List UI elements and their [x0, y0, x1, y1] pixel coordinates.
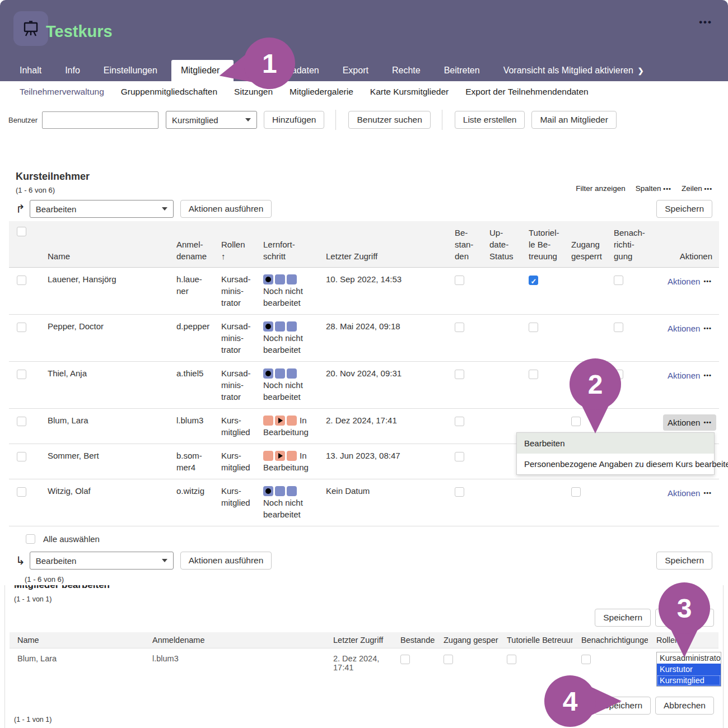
locked-checkbox[interactable] — [571, 487, 581, 497]
menu-item-edit-personal-data[interactable]: Personenbezogene Angaben zu diesem Kurs … — [517, 454, 714, 474]
notify-checkbox[interactable] — [581, 655, 591, 664]
row-select-checkbox[interactable] — [17, 452, 26, 461]
actions-button[interactable]: Aktionen••• — [663, 485, 716, 501]
notify-checkbox[interactable] — [614, 276, 623, 285]
col-roles[interactable]: Rollen ↑ — [213, 221, 255, 267]
show-filter-link[interactable]: Filter anzeigen — [576, 184, 626, 193]
tutorial-checkbox[interactable] — [529, 370, 538, 379]
course-tab[interactable]: Rechte — [382, 60, 435, 81]
course-tab[interactable]: Einstellungen — [94, 60, 171, 81]
col-locked[interactable]: Zugang gesperrt — [563, 221, 605, 267]
col-name: Name — [10, 632, 144, 648]
mail-members-button[interactable]: Mail an Mitglieder — [531, 111, 616, 129]
actions-button[interactable]: Aktionen••• — [663, 320, 716, 337]
course-tab-label: Rechte — [392, 66, 421, 76]
passed-checkbox[interactable] — [455, 452, 464, 461]
notify-checkbox[interactable] — [614, 323, 623, 332]
select-all-checkbox[interactable] — [26, 534, 35, 544]
col-passed[interactable]: Be- stan- den — [446, 221, 481, 267]
members-subtab[interactable]: Mitgliedergalerie — [290, 87, 353, 97]
cell-actions: Aktionen••• Bearbeiten Personenbezogene … — [655, 409, 719, 444]
save-button-bottom[interactable]: Speichern — [656, 552, 712, 570]
course-tab[interactable]: Voransicht als Mitglied aktivieren ❯ — [494, 60, 654, 81]
cell-tutorial — [520, 315, 563, 361]
menu-item-edit[interactable]: Bearbeiten — [517, 433, 714, 454]
create-list-button[interactable]: Liste erstellen — [455, 111, 525, 129]
table-row: Blum, Lara l.blum3 Kurs- mitglied In Bea… — [9, 409, 719, 444]
role-option[interactable]: Kursmitglied — [657, 675, 721, 686]
save-button[interactable]: Speichern — [656, 200, 712, 218]
rows-menu[interactable]: Zeilen ••• — [682, 184, 712, 193]
role-select[interactable]: Kursmitglied — [166, 111, 257, 129]
passed-checkbox[interactable] — [455, 417, 464, 426]
cell-name: Blum, Lara — [10, 648, 144, 689]
participants-title: Kursteilnehmer — [16, 171, 719, 183]
members-subtab-label: Mitgliedergalerie — [290, 87, 353, 96]
cancel-button[interactable]: Abbrechen — [655, 697, 714, 715]
col-tutorial[interactable]: Tutoriel- le Be- treuung — [520, 221, 563, 267]
search-users-button[interactable]: Benutzer suchen — [348, 111, 430, 129]
add-button[interactable]: Hinzufügen — [264, 111, 324, 129]
easel-icon — [21, 19, 40, 38]
members-subtab[interactable]: Teilnehmerverwaltung — [20, 87, 104, 97]
select-all-row: Alle auswählen — [26, 534, 719, 544]
row-select-checkbox[interactable] — [17, 323, 26, 332]
cell-progress: In Bearbeitung — [255, 409, 318, 444]
course-tab[interactable]: Inhalt — [10, 60, 55, 81]
actions-button[interactable]: Aktionen••• — [663, 414, 716, 431]
passed-checkbox[interactable] — [455, 323, 464, 332]
course-tab-label: Voransicht als Mitglied aktivieren — [503, 66, 633, 76]
cell-update-status — [481, 315, 520, 361]
execute-actions-button-bottom[interactable]: Aktionen ausführen — [180, 552, 272, 570]
members-subtab[interactable]: Gruppenmitgliedschaften — [121, 87, 217, 97]
row-select-checkbox[interactable] — [17, 276, 26, 285]
col-update-status[interactable]: Up- date- Status — [481, 221, 520, 267]
save-button[interactable]: Speichern — [595, 609, 651, 627]
cell-role: Kurs- mitglied — [213, 479, 255, 526]
annotation-pin-3: 3 — [659, 582, 710, 634]
columns-menu[interactable]: Spalten ••• — [636, 184, 671, 193]
col-notify: Benachrichtigungen — [573, 632, 648, 648]
course-tab[interactable]: Info — [55, 60, 94, 81]
execute-actions-button[interactable]: Aktionen ausführen — [180, 200, 272, 218]
passed-checkbox[interactable] — [455, 370, 464, 379]
col-progress[interactable]: Lernfort- schritt — [255, 221, 318, 267]
bulk-action-select-bottom[interactable]: Bearbeiten — [30, 552, 174, 570]
role-option[interactable]: Kurstutor — [657, 664, 721, 675]
course-tab[interactable]: Export — [333, 60, 382, 81]
col-notify[interactable]: Benach- richti- gung — [605, 221, 655, 267]
cell-passed — [446, 315, 481, 361]
cell-last-access: 13. Jun 2023, 08:47 — [318, 444, 446, 479]
passed-checkbox[interactable] — [400, 655, 410, 664]
col-last-access[interactable]: Letzter Zugriff — [318, 221, 446, 267]
chevron-down-icon — [162, 559, 167, 562]
select-all-header-checkbox[interactable] — [17, 227, 26, 236]
passed-checkbox[interactable] — [455, 487, 464, 497]
course-tab[interactable]: Beitreten — [435, 60, 494, 81]
actions-button[interactable]: Aktionen••• — [663, 367, 716, 384]
cell-username: l.blum3 — [168, 409, 213, 444]
bulk-actions-top: ↱ Bearbeiten Aktionen ausführen Speicher… — [16, 200, 719, 218]
members-subtab-label: Karte Kursmitglieder — [370, 87, 449, 96]
col-name[interactable]: Name — [39, 221, 168, 267]
pin-number: 4 — [563, 686, 578, 717]
col-last-access: Letzter Zugriff — [325, 632, 392, 648]
actions-button[interactable]: Aktionen••• — [663, 273, 716, 290]
tutorial-checkbox[interactable] — [507, 655, 516, 664]
bulk-action-select[interactable]: Bearbeiten — [30, 200, 174, 218]
edit-members-top-buttons: Speichern Abbrechen — [10, 609, 714, 627]
members-subtab[interactable]: Karte Kursmitglieder — [370, 87, 449, 97]
row-select-checkbox[interactable] — [17, 487, 26, 497]
members-subtab-label: Teilnehmerverwaltung — [20, 87, 104, 96]
tutorial-checkbox[interactable] — [529, 276, 538, 285]
tutorial-checkbox[interactable] — [529, 323, 538, 332]
row-select-checkbox[interactable] — [17, 417, 26, 426]
locked-checkbox[interactable] — [444, 655, 453, 664]
ellipsis-icon: ••• — [703, 487, 712, 499]
col-username[interactable]: Anmel- dename — [168, 221, 213, 267]
row-select-checkbox[interactable] — [17, 370, 26, 379]
user-search-input[interactable] — [42, 111, 158, 129]
header-more-icon[interactable]: ••• — [699, 17, 712, 28]
passed-checkbox[interactable] — [455, 276, 464, 285]
members-subtab[interactable]: Export der Teilnehmendendaten — [465, 87, 588, 97]
